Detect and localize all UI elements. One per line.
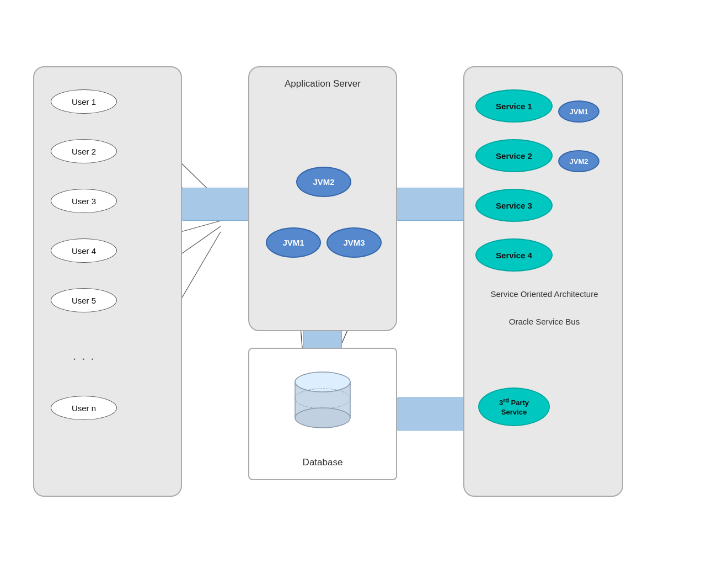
app-server-panel: Application Server JVM2 JVM1 JVM3 xyxy=(248,66,397,331)
jvm2-label-app: JVM2 xyxy=(313,177,334,187)
osb-text-span: Oracle Service Bus xyxy=(509,317,580,326)
service-4-ellipse: Service 4 xyxy=(475,238,553,272)
user-2-label: User 2 xyxy=(72,147,96,156)
user-1-label: User 1 xyxy=(72,97,96,107)
jvm3-label-app: JVM3 xyxy=(343,238,365,247)
user-3-ellipse: User 3 xyxy=(51,189,117,213)
service-2-ellipse: Service 2 xyxy=(475,139,553,172)
diagram-container: User 1 User 2 User 3 User 4 User 5 . . .… xyxy=(33,66,695,508)
soa-label: Service Oriented Architecture xyxy=(475,288,613,300)
svg-point-12 xyxy=(295,408,350,428)
third-party-service-ellipse: 3rd PartyService xyxy=(478,387,550,426)
database-panel: Database xyxy=(248,348,397,480)
user-n-label: User n xyxy=(72,403,96,413)
connector-db-to-services xyxy=(396,397,465,431)
jvm1-service-label: JVM1 xyxy=(570,108,588,116)
connector-users-to-app xyxy=(181,188,250,221)
user-4-ellipse: User 4 xyxy=(51,238,117,263)
user-4-label: User 4 xyxy=(72,246,96,256)
soa-text-span: Service Oriented Architecture xyxy=(490,289,598,299)
service-1-ellipse: Service 1 xyxy=(475,89,553,123)
database-cylinder xyxy=(292,365,353,434)
jvm3-ellipse-app: JVM3 xyxy=(326,227,382,258)
jvm1-ellipse-app: JVM1 xyxy=(266,227,321,258)
user-5-ellipse: User 5 xyxy=(51,288,117,312)
jvm1-label-app: JVM1 xyxy=(282,238,304,247)
user-1-ellipse: User 1 xyxy=(51,89,117,114)
ellipsis-dots: . . . xyxy=(73,349,95,363)
user-5-label: User 5 xyxy=(72,296,96,305)
users-panel: User 1 User 2 User 3 User 4 User 5 . . .… xyxy=(33,66,182,497)
connector-app-to-services xyxy=(396,188,465,221)
jvm2-service-ellipse: JVM2 xyxy=(558,150,599,172)
service-4-label: Service 4 xyxy=(496,251,532,260)
user-2-ellipse: User 2 xyxy=(51,139,117,163)
osb-label: Oracle Service Bus xyxy=(475,316,613,327)
jvm1-service-ellipse: JVM1 xyxy=(558,100,599,123)
database-label: Database xyxy=(249,457,396,468)
service-3-ellipse: Service 3 xyxy=(475,189,553,222)
service-3-label: Service 3 xyxy=(496,201,532,210)
app-server-label: Application Server xyxy=(249,78,396,89)
third-party-label: 3rd PartyService xyxy=(499,396,529,417)
jvm2-service-label: JVM2 xyxy=(570,157,588,166)
services-panel: Service 1 JVM1 Service 2 JVM2 Service 3 … xyxy=(463,66,623,497)
user-3-label: User 3 xyxy=(72,196,96,206)
service-2-label: Service 2 xyxy=(496,151,532,161)
jvm2-ellipse-app: JVM2 xyxy=(296,167,351,197)
svg-point-10 xyxy=(295,372,350,392)
user-n-ellipse: User n xyxy=(51,396,117,420)
connector-app-to-db xyxy=(303,328,342,350)
service-1-label: Service 1 xyxy=(496,102,532,111)
